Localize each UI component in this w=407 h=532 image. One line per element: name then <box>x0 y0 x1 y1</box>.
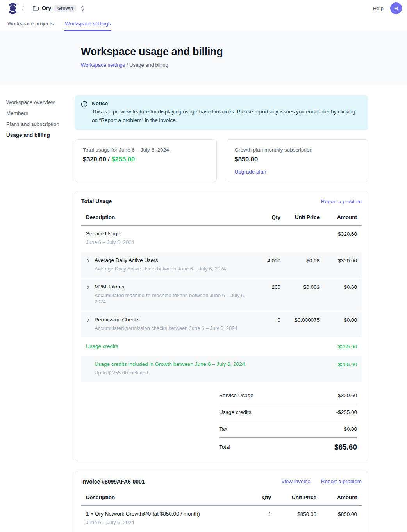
summary-label: Service Usage <box>219 392 253 398</box>
report-problem-link-usage[interactable]: Report a problem <box>321 199 362 204</box>
table-row: Usage credits included in Growth between… <box>81 356 362 382</box>
sidebar-item-usage-and-billing[interactable]: Usage and billing <box>6 129 75 140</box>
invoice-panel: Invoice #8099AFA6-0001 View invoice Repo… <box>75 471 368 532</box>
expand-chevron-icon[interactable] <box>86 317 91 324</box>
usage-total-row: Total $65.60 <box>219 438 357 452</box>
usage-summary: Service Usage $320.60 Usage credits -$25… <box>219 387 357 452</box>
usage-total-value: $65.60 <box>334 443 357 451</box>
ory-logo-icon[interactable] <box>7 2 18 14</box>
invoice-title: Invoice #8099AFA6-0001 <box>81 478 145 485</box>
total-usage-panel-title: Total Usage <box>81 198 112 204</box>
workspace-switcher[interactable]: Ory Growth <box>32 5 85 12</box>
row-subtitle: Accumulated permission checks between Ju… <box>95 325 237 332</box>
sidebar-item-members[interactable]: Members <box>6 107 75 118</box>
preview-notice: Notice This is a preview feature for dis… <box>75 95 368 130</box>
row-qty <box>248 231 280 246</box>
top-bar: / Ory Growth Help H <box>0 0 407 16</box>
expand-chevron-icon[interactable] <box>86 361 91 368</box>
row-unit-price: $0.08 <box>282 257 320 272</box>
help-link[interactable]: Help <box>373 5 384 11</box>
view-invoice-link[interactable]: View invoice <box>281 478 311 484</box>
table-row: Usage credits -$255.00 <box>81 338 362 355</box>
row-description: Usage credits included in Growth between… <box>95 361 245 368</box>
row-qty: 0 <box>248 317 280 332</box>
subscription-card: Growth plan monthly subscription $850.00… <box>227 139 369 182</box>
sidebar-item-plans-and-subscription[interactable]: Plans and subscription <box>6 118 75 129</box>
topbar-right: Help H <box>373 2 402 14</box>
summary-label: Tax <box>219 426 227 432</box>
summary-label: Usage credits <box>219 409 252 415</box>
col-amount: Amount <box>318 494 357 500</box>
row-unit-price <box>282 343 320 350</box>
main-content: Notice This is a preview feature for dis… <box>75 95 368 532</box>
total-usage-panel-header: Total Usage Report a problem <box>81 198 362 210</box>
total-usage-value: $320.60 / $255.00 <box>83 156 209 163</box>
col-amount: Amount <box>321 214 357 220</box>
row-unit-price: $0.003 <box>282 284 320 306</box>
col-qty: Qty <box>248 214 280 220</box>
summary-value: $320.60 <box>338 392 357 398</box>
invoice-table-header: Description Qty Unit Price Amount <box>81 491 362 506</box>
row-subtitle: Up to $ 255.00 included <box>95 370 245 376</box>
table-row: 1 × Ory Network Growth@0 (at $850.00 / m… <box>81 506 362 531</box>
col-qty: Qty <box>248 494 271 500</box>
total-usage-panel: Total Usage Report a problem Description… <box>75 191 368 461</box>
row-description: 1 × Ory Network Growth@0 (at $850.00 / m… <box>86 511 200 518</box>
breadcrumb-settings-link[interactable]: Workspace settings <box>81 62 125 68</box>
row-amount: $0.60 <box>321 284 357 306</box>
usage-credit-value: $255.00 <box>111 156 135 163</box>
upgrade-plan-link[interactable]: Upgrade plan <box>235 169 266 175</box>
col-description: Description <box>86 494 246 500</box>
summary-row: Tax $0.00 <box>219 421 357 438</box>
row-amount: -$255.00 <box>321 361 357 376</box>
table-row: Permission Checks Accumulated permission… <box>81 312 362 337</box>
summary-value: $0.00 <box>344 426 357 432</box>
table-row: Service Usage June 6 – July 6, 2024 $320… <box>81 226 362 251</box>
report-problem-link-invoice[interactable]: Report a problem <box>321 478 362 484</box>
row-qty: 1 <box>248 511 271 526</box>
user-avatar[interactable]: H <box>390 2 402 14</box>
page-header: Workspace usage and billing Workspace se… <box>0 31 407 85</box>
row-unit-price: $0.000075 <box>282 317 320 332</box>
content-layout: Workspace overview Members Plans and sub… <box>0 85 407 532</box>
plan-badge: Growth <box>54 5 76 12</box>
col-unit-price: Unit Price <box>273 494 316 500</box>
workspace-tabs: Workspace projects Workspace settings <box>0 16 407 31</box>
page-title: Workspace usage and billing <box>81 46 407 58</box>
tab-workspace-settings[interactable]: Workspace settings <box>64 16 111 31</box>
summary-value: -$255.00 <box>336 409 357 415</box>
expand-chevron-icon[interactable] <box>86 257 91 264</box>
notice-body: This is a preview feature for displaying… <box>92 107 362 124</box>
row-qty: 4,000 <box>248 257 280 272</box>
row-qty: 200 <box>248 284 280 306</box>
breadcrumb-slash: / <box>22 5 24 11</box>
row-description: Average Daily Active Users <box>95 257 226 264</box>
usage-total-label: Total <box>219 444 230 450</box>
settings-sidebar: Workspace overview Members Plans and sub… <box>0 95 75 140</box>
invoice-table-body: 1 × Ory Network Growth@0 (at $850.00 / m… <box>81 506 362 531</box>
row-qty <box>248 361 280 376</box>
row-subtitle: June 6 – July 6, 2024 <box>86 519 200 526</box>
sidebar-item-workspace-overview[interactable]: Workspace overview <box>6 97 75 107</box>
row-description: Usage credits <box>86 343 118 350</box>
row-amount: $0.00 <box>321 317 357 332</box>
breadcrumb-current: / Usage and billing <box>125 62 168 68</box>
row-unit-price <box>282 361 320 376</box>
row-amount: $320.60 <box>321 231 357 246</box>
expand-chevron-icon[interactable] <box>86 284 91 291</box>
info-icon <box>81 101 87 124</box>
col-unit-price: Unit Price <box>282 214 320 220</box>
total-usage-card: Total usage for June 6 – July 6, 2024 $3… <box>75 139 217 182</box>
tab-workspace-projects[interactable]: Workspace projects <box>7 16 54 31</box>
row-amount: -$255.00 <box>321 343 357 350</box>
summary-row: Usage credits -$255.00 <box>219 404 357 421</box>
notice-title: Notice <box>92 100 362 106</box>
row-amount: $320.00 <box>321 257 357 272</box>
row-unit-price: $850.00 <box>273 511 316 526</box>
row-amount: $850.00 <box>318 511 357 526</box>
row-qty <box>248 343 280 350</box>
row-description: Service Usage <box>86 231 134 237</box>
summary-cards: Total usage for June 6 – July 6, 2024 $3… <box>75 139 368 182</box>
col-description: Description <box>86 214 247 220</box>
row-subtitle: Accumulated machine-to-machine tokens be… <box>95 292 247 306</box>
